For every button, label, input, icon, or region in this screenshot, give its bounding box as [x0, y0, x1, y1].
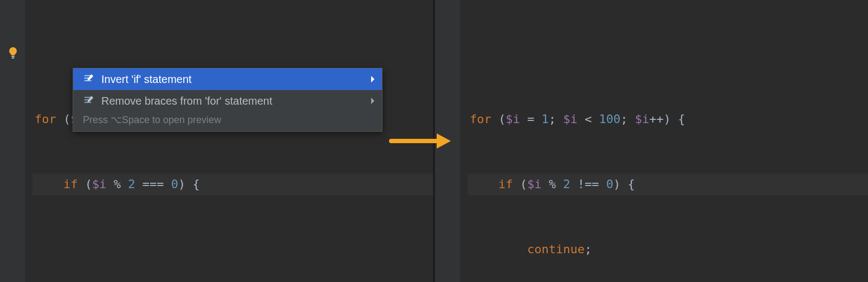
chevron-right-icon — [370, 95, 375, 107]
blank-line — [468, 43, 868, 65]
intention-action-icon — [83, 73, 95, 85]
code-line-highlight: if ($i % 2 === 0) { — [33, 174, 433, 195]
code-line: continue; — [468, 239, 868, 260]
gutter-left — [0, 0, 25, 282]
transform-arrow-icon — [389, 130, 454, 155]
editor-left: for ($i = 1; $i < 100; $i++) { if ($i % … — [0, 0, 433, 282]
chevron-right-icon — [370, 73, 375, 86]
svg-rect-1 — [12, 57, 15, 59]
code-area-left[interactable]: for ($i = 1; $i < 100; $i++) { if ($i % … — [33, 0, 433, 282]
menu-hint: Press ⌥Space to open preview — [73, 112, 382, 131]
intention-bulb-icon[interactable] — [7, 46, 20, 59]
code-line-highlight: if ($i % 2 !== 0) { — [468, 174, 868, 195]
svg-rect-0 — [11, 56, 15, 57]
code-area-right[interactable]: for ($i = 1; $i < 100; $i++) { if ($i % … — [468, 0, 868, 282]
menu-item-label: Remove braces from 'for' statement — [101, 95, 364, 107]
intention-remove-braces[interactable]: Remove braces from 'for' statement — [73, 90, 382, 112]
intention-menu: Invert 'if' statement Remove braces from… — [73, 68, 383, 132]
menu-item-label: Invert 'if' statement — [101, 73, 364, 86]
intention-action-icon — [83, 95, 95, 107]
intention-invert-if[interactable]: Invert 'if' statement — [73, 68, 382, 90]
code-line: for ($i = 1; $i < 100; $i++) { — [468, 108, 868, 130]
editor-right: for ($i = 1; $i < 100; $i++) { if ($i % … — [435, 0, 868, 282]
hidden-line — [33, 239, 433, 260]
blank-line — [33, 43, 433, 65]
